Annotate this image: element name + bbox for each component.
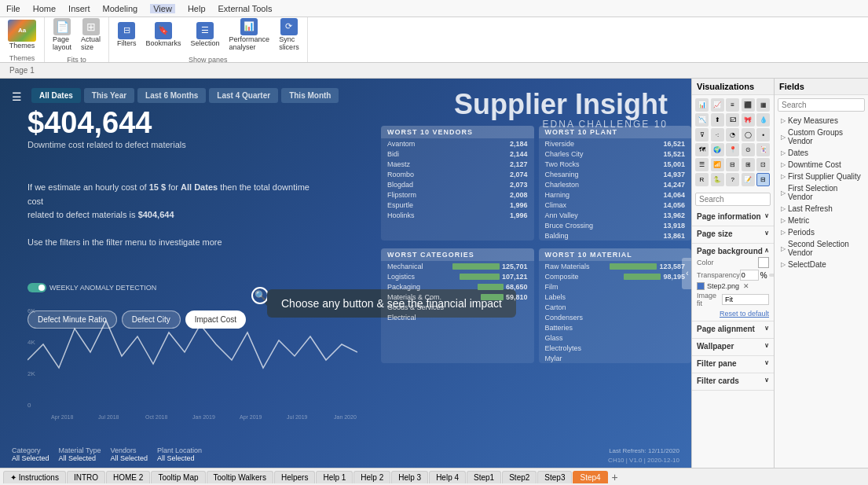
viz-icon-table[interactable]: ⊞	[742, 158, 755, 171]
viz-icon-donut[interactable]: ◯	[742, 128, 755, 141]
viz-search-input[interactable]	[695, 193, 771, 206]
tab-tooltip-map[interactable]: Tooltip Map	[151, 471, 205, 483]
viz-icon-r-visual[interactable]: R	[695, 173, 709, 186]
wallpaper-collapse-icon: ∨	[764, 342, 769, 351]
viz-icon-funnel[interactable]: ⊽	[695, 128, 709, 141]
field-last-refresh[interactable]: ▷ Last Refresh	[775, 203, 868, 215]
plant-row-7: Climax14,056	[539, 200, 692, 210]
step2-x-icon[interactable]: ✕	[743, 282, 749, 290]
ribbon-selection-btn[interactable]: ☰ Selection	[188, 20, 223, 49]
panel-page-size-title[interactable]: Page size ∨	[697, 230, 769, 238]
viz-icon-smart-narrative[interactable]: 📝	[742, 173, 755, 186]
panel-filter-cards-title[interactable]: Filter cards ∨	[697, 377, 769, 385]
field-first-supplier-quality[interactable]: ▷ First Supplier Quality	[775, 171, 868, 182]
filter-last-6-months[interactable]: Last 6 Months	[137, 88, 206, 103]
viz-icon-line-clustered[interactable]: 🗠	[726, 113, 739, 127]
fields-search-input[interactable]	[778, 98, 865, 112]
viz-icon-pie[interactable]: ◔	[726, 128, 739, 141]
viz-icon-qa[interactable]: ?	[726, 173, 739, 186]
panel-wallpaper-title[interactable]: Wallpaper ∨	[697, 342, 769, 351]
menu-external-tools[interactable]: External Tools	[218, 4, 273, 13]
viz-icon-stacked-bar[interactable]: 📊	[695, 98, 709, 112]
viz-icon-gauge[interactable]: ⊙	[742, 143, 755, 156]
tab-step3[interactable]: Step3	[537, 471, 572, 483]
viz-icon-slicer[interactable]: ⊟	[726, 158, 739, 171]
field-select-date[interactable]: ▷ SelectDate	[775, 259, 868, 270]
viz-icon-kpi[interactable]: 📶	[711, 158, 724, 171]
hamburger-menu[interactable]: ☰	[12, 90, 22, 103]
field-second-selection-vendor[interactable]: ▷ Second Selection Vendor	[775, 238, 868, 259]
field-key-measures[interactable]: ▷ Key Measures	[775, 115, 868, 127]
expand-arrow[interactable]: ‹	[682, 258, 691, 289]
menu-help[interactable]: Help	[188, 4, 206, 13]
viz-icon-area[interactable]: ⬆	[711, 113, 724, 127]
viz-icon-clustered-bar[interactable]: ≡	[726, 98, 739, 112]
ribbon-page-layout-btn[interactable]: 📄 Pagelayout	[49, 17, 75, 53]
ribbon-bookmarks-btn[interactable]: 🔖 Bookmarks	[143, 20, 185, 49]
menu-insert[interactable]: Insert	[68, 4, 90, 13]
viz-icon-filled-map[interactable]: 🌍	[711, 143, 724, 156]
tab-step1[interactable]: Step1	[467, 471, 501, 483]
menu-file[interactable]: File	[6, 4, 20, 13]
step2-checkbox[interactable]	[697, 282, 705, 290]
tab-step4[interactable]: Step4	[573, 471, 607, 483]
panel-page-bg-title[interactable]: Page background ∧	[697, 247, 769, 255]
filter-last-4-quarter[interactable]: Last 4 Quarter	[209, 88, 278, 103]
bottom-tab-bar: ✦ Instructions INTRO HOME 2 Tooltip Map …	[0, 468, 868, 485]
ribbon-sync-slicers-btn[interactable]: ⟳ Syncslicers	[276, 17, 302, 53]
ribbon-actual-size-btn[interactable]: ⊞ Actualsize	[78, 17, 104, 53]
viz-icon-scatter[interactable]: ·:	[711, 128, 724, 141]
tab-intro[interactable]: INTRO	[67, 471, 105, 483]
ribbon-filters-btn[interactable]: ⊟ Filters	[114, 20, 140, 49]
viz-icon-matrix[interactable]: ⊡	[756, 158, 770, 171]
filter-this-year[interactable]: This Year	[84, 88, 134, 103]
viz-icon-100pct-bar[interactable]: ▦	[756, 98, 770, 112]
reset-link[interactable]: Reset to default	[720, 310, 769, 318]
add-page-button[interactable]: +	[612, 471, 618, 483]
tab-instructions[interactable]: ✦ Instructions	[3, 471, 66, 483]
tab-help3[interactable]: Help 3	[391, 471, 428, 483]
svg-text:2K: 2K	[27, 370, 35, 377]
toggle-switch[interactable]	[27, 283, 46, 292]
tab-helpers[interactable]: Helpers	[274, 471, 315, 483]
panel-filter-pane-title[interactable]: Filter pane ∨	[697, 359, 769, 368]
panel-page-info-title[interactable]: Page information ∨	[697, 212, 769, 221]
viz-icon-python[interactable]: 🐍	[711, 173, 724, 186]
filter-this-month[interactable]: This Month	[281, 88, 339, 103]
transparency-input[interactable]	[740, 270, 759, 281]
menu-home[interactable]: Home	[33, 4, 56, 13]
viz-icon-multirow-card[interactable]: ☰	[695, 158, 709, 171]
tab-page1[interactable]: Page 1	[0, 64, 44, 76]
field-custom-groups-vendor[interactable]: ▷ Custom Groups Vendor	[775, 127, 868, 147]
panel-filter-pane: Filter pane ∨	[692, 356, 774, 373]
menu-view[interactable]: View	[150, 4, 175, 13]
field-metric[interactable]: ▷ Metric	[775, 215, 868, 226]
viz-icon-clustered-column[interactable]: ⬛	[742, 98, 755, 112]
tab-help4[interactable]: Help 4	[429, 471, 466, 483]
viz-icon-filter-active[interactable]: ⊟	[756, 173, 770, 186]
viz-icon-map[interactable]: 🗺	[695, 143, 709, 156]
viz-icon-waterfall[interactable]: 💧	[756, 113, 770, 127]
tab-help2[interactable]: Help 2	[353, 471, 390, 483]
viz-icon-stacked-column[interactable]: 📈	[711, 98, 724, 112]
field-downtime-cost[interactable]: ▷ Downtime Cost	[775, 159, 868, 171]
viz-icon-line[interactable]: 📉	[695, 113, 709, 127]
tab-tooltip-walkers[interactable]: Tooltip Walkers	[207, 471, 273, 483]
tab-help1[interactable]: Help 1	[316, 471, 353, 483]
field-dates[interactable]: ▷ Dates	[775, 147, 868, 159]
ribbon-performance-btn[interactable]: 📊 Performanceanalyser	[226, 17, 273, 53]
panel-page-alignment-title[interactable]: Page alignment ∨	[697, 325, 769, 333]
viz-icon-azure-map[interactable]: 📍	[726, 143, 739, 156]
color-picker[interactable]	[758, 257, 769, 268]
viz-icon-treemap[interactable]: ▪	[756, 128, 770, 141]
viz-icon-ribbon[interactable]: 🎀	[742, 113, 755, 127]
ribbon-themes-btn[interactable]: Aa Themes	[5, 18, 39, 51]
field-first-selection-vendor[interactable]: ▷ First Selection Vendor	[775, 182, 868, 203]
tab-step2[interactable]: Step2	[502, 471, 537, 483]
image-fit-select[interactable]	[722, 294, 769, 305]
field-periods[interactable]: ▷ Periods	[775, 226, 868, 238]
viz-icon-card[interactable]: 🃏	[756, 143, 770, 156]
tab-home2[interactable]: HOME 2	[106, 471, 150, 483]
filter-all-dates[interactable]: All Dates	[31, 88, 81, 103]
menu-modeling[interactable]: Modeling	[103, 4, 138, 13]
